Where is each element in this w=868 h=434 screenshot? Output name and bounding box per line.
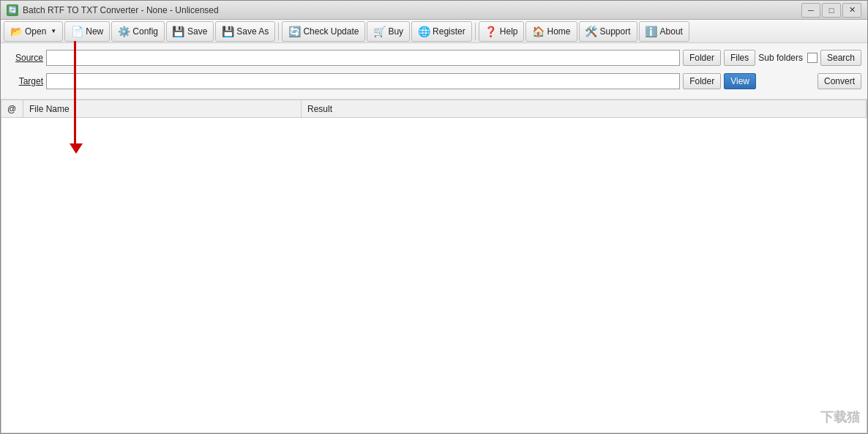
view-button[interactable]: View: [724, 73, 756, 89]
open-label: Open: [25, 26, 46, 37]
separator-2: [475, 23, 476, 40]
check-update-icon: 🔄: [288, 26, 300, 37]
home-label: Home: [547, 26, 570, 37]
col-header-filename: File Name: [23, 100, 302, 117]
help-label: Help: [500, 26, 518, 37]
check-update-button[interactable]: 🔄 Check Update: [282, 21, 365, 42]
maximize-button[interactable]: □: [822, 3, 841, 18]
separator-1: [278, 23, 279, 40]
search-button[interactable]: Search: [820, 50, 861, 66]
save-as-button[interactable]: 💾 Save As: [215, 21, 275, 42]
file-list-body: [1, 118, 867, 433]
help-button[interactable]: ❓ Help: [479, 21, 525, 42]
col-header-result: Result: [302, 100, 867, 117]
title-bar-controls: ─ □ ✕: [801, 3, 861, 18]
app-icon: 🔄: [7, 4, 18, 16]
save-button[interactable]: 💾 Save: [166, 21, 214, 42]
close-button[interactable]: ✕: [842, 3, 861, 18]
convert-button[interactable]: Convert: [818, 73, 861, 89]
config-label: Config: [132, 26, 158, 37]
window-title: Batch RTF TO TXT Converter - None - Unli…: [23, 5, 219, 15]
source-input[interactable]: [46, 50, 680, 66]
fields-area: Source Folder Files Sub folders Search T…: [1, 43, 867, 100]
about-icon: ℹ️: [646, 26, 657, 37]
save-as-icon: 💾: [222, 26, 233, 37]
subfolders-checkbox[interactable]: [807, 53, 818, 63]
new-label: New: [86, 26, 103, 37]
subfolders-label: Sub folders: [758, 53, 803, 63]
check-update-label: Check Update: [303, 26, 359, 37]
toolbar: 📂 Open ▼ 📄 New ⚙️ Config 💾 Save 💾 Save A…: [1, 20, 867, 43]
title-bar-left: 🔄 Batch RTF TO TXT Converter - None - Un…: [7, 4, 219, 16]
target-input[interactable]: [46, 73, 680, 89]
new-button[interactable]: 📄 New: [64, 21, 110, 42]
about-button[interactable]: ℹ️ About: [639, 21, 689, 42]
support-label: Support: [600, 26, 631, 37]
save-icon: 💾: [173, 26, 184, 37]
app-window: 🔄 Batch RTF TO TXT Converter - None - Un…: [0, 0, 868, 434]
source-row: Source Folder Files Sub folders Search: [7, 48, 861, 68]
support-icon: 🛠️: [585, 26, 597, 37]
buy-icon: 🛒: [373, 26, 385, 37]
target-folder-button[interactable]: Folder: [683, 73, 721, 89]
save-as-label: Save As: [236, 26, 269, 37]
config-button[interactable]: ⚙️ Config: [111, 21, 165, 42]
open-icon: 📂: [10, 26, 22, 37]
source-folder-button[interactable]: Folder: [683, 50, 721, 66]
target-label: Target: [7, 76, 43, 86]
content-area: Source Folder Files Sub folders Search T…: [1, 43, 867, 433]
about-label: About: [660, 26, 683, 37]
file-list-container: @ File Name Result: [1, 100, 867, 433]
register-button[interactable]: 🌐 Register: [411, 21, 472, 42]
support-button[interactable]: 🛠️ Support: [579, 21, 637, 42]
target-row: Target Folder View Convert: [7, 71, 861, 91]
source-files-button[interactable]: Files: [724, 50, 755, 66]
register-label: Register: [433, 26, 465, 37]
open-dropdown-arrow: ▼: [50, 28, 56, 34]
buy-label: Buy: [388, 26, 403, 37]
save-label: Save: [187, 26, 207, 37]
config-icon: ⚙️: [118, 26, 130, 37]
title-bar: 🔄 Batch RTF TO TXT Converter - None - Un…: [1, 1, 867, 20]
home-icon: 🏠: [532, 26, 544, 37]
col-header-at: @: [1, 100, 23, 117]
file-list-header: @ File Name Result: [1, 100, 867, 118]
minimize-button[interactable]: ─: [801, 3, 820, 18]
register-icon: 🌐: [418, 26, 430, 37]
help-icon: ❓: [485, 26, 497, 37]
source-label: Source: [7, 53, 43, 63]
buy-button[interactable]: 🛒 Buy: [367, 21, 410, 42]
new-icon: 📄: [71, 26, 83, 37]
open-button[interactable]: 📂 Open ▼: [4, 21, 63, 42]
home-button[interactable]: 🏠 Home: [525, 21, 577, 42]
